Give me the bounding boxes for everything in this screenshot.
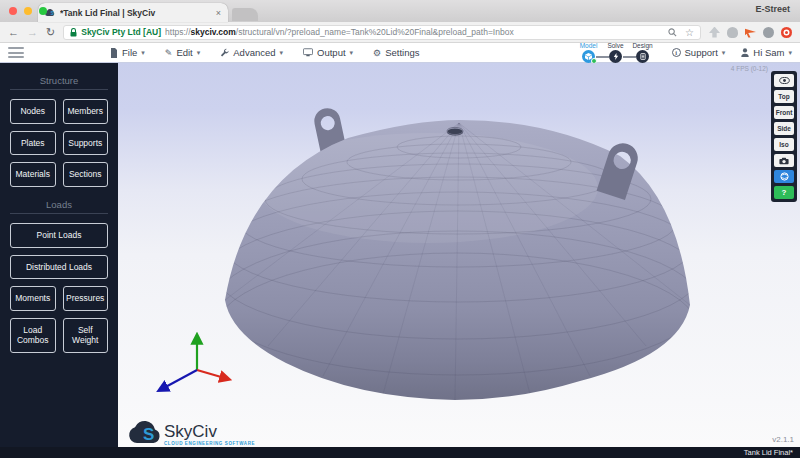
- orbit-mode-button[interactable]: [774, 170, 794, 183]
- screenshot-button[interactable]: [774, 154, 794, 167]
- help-button[interactable]: ?: [774, 186, 794, 199]
- view-top-button[interactable]: Top: [774, 90, 794, 103]
- menu-settings-label: Settings: [385, 47, 419, 58]
- record-extension-icon[interactable]: [781, 27, 792, 38]
- self-weight-button[interactable]: Self Weight: [63, 318, 109, 353]
- close-window-button[interactable]: [9, 7, 17, 15]
- back-icon[interactable]: ←: [8, 27, 19, 38]
- loads-buttons: Point Loads Distributed Loads Moments Pr…: [0, 223, 118, 353]
- user-label: Hi Sam: [753, 47, 784, 58]
- logo-name: SkyCiv: [164, 423, 255, 440]
- distributed-loads-button[interactable]: Distributed Loads: [10, 255, 108, 280]
- eye-icon: [779, 77, 790, 84]
- solve-bolt-icon: [609, 50, 622, 63]
- moments-button[interactable]: Moments: [10, 286, 56, 311]
- menu-advanced[interactable]: Advanced▾: [220, 47, 283, 58]
- browser-titlebar: S *Tank Lid Final | SkyCiv × E-Street: [0, 0, 800, 22]
- gear-icon: ⚙: [373, 48, 381, 58]
- tab-title: *Tank Lid Final | SkyCiv: [60, 8, 211, 18]
- sidebar-toggle-icon[interactable]: [8, 47, 24, 58]
- menubar-right: Model Solve Design: [576, 42, 792, 63]
- menu-edit[interactable]: ✎ Edit▾: [165, 47, 200, 58]
- plates-button[interactable]: Plates: [10, 131, 56, 156]
- step-model[interactable]: Model: [576, 42, 602, 63]
- minimize-window-button[interactable]: [24, 7, 32, 15]
- forward-icon[interactable]: →: [27, 27, 38, 38]
- padlock-icon: [70, 28, 77, 37]
- zoom-window-button[interactable]: [39, 7, 47, 15]
- step-solve[interactable]: Solve: [603, 42, 629, 63]
- step-design[interactable]: Design: [630, 42, 656, 63]
- url-field[interactable]: SkyCiv Pty Ltd [AU] https://skyciv.com/s…: [63, 25, 701, 40]
- wrench-icon: [220, 48, 229, 57]
- monitor-icon: [303, 48, 313, 57]
- axis-z-blue: [160, 370, 197, 390]
- orbit-globe-icon: [780, 172, 789, 181]
- url-path: /structural/vn/?preload_name=Tank%20Lid%…: [236, 27, 514, 37]
- axis-x-red: [197, 370, 228, 379]
- user-menu[interactable]: Hi Sam▾: [741, 47, 792, 58]
- window-controls[interactable]: [9, 7, 47, 15]
- reload-icon[interactable]: ↻: [46, 27, 55, 38]
- step-model-label: Model: [580, 42, 598, 49]
- camera-extension-icon[interactable]: [763, 27, 774, 38]
- model-cube-icon: [582, 50, 595, 63]
- help-question-icon: ?: [782, 188, 787, 197]
- tools-sidebar: Structure Nodes Members Plates Supports …: [0, 63, 118, 447]
- view-front-button[interactable]: Front: [774, 106, 794, 119]
- pencil-icon: ✎: [165, 48, 173, 58]
- status-bar: Tank Lid Final*: [0, 447, 800, 458]
- tank-lid-3d-model[interactable]: [118, 63, 800, 447]
- members-button[interactable]: Members: [63, 99, 109, 124]
- menu-settings[interactable]: ⚙ Settings: [373, 47, 419, 58]
- security-label[interactable]: SkyCiv Pty Ltd [AU]: [81, 27, 161, 37]
- nodes-button[interactable]: Nodes: [10, 99, 56, 124]
- info-icon: i: [672, 48, 681, 57]
- browser-profile-name[interactable]: E-Street: [755, 4, 790, 14]
- cloud-extension-icon[interactable]: [727, 27, 738, 38]
- app-menubar: File▾ ✎ Edit▾ Advanced▾ Output▾ ⚙ Settin…: [0, 43, 800, 63]
- section-structure-header: Structure: [10, 75, 108, 90]
- share-extension-icon[interactable]: [709, 27, 720, 38]
- chevron-down-icon: ▾: [788, 49, 792, 57]
- view-iso-button[interactable]: Iso: [774, 138, 794, 151]
- pointer-extension-icon[interactable]: [745, 27, 756, 38]
- load-combos-button[interactable]: Load Combos: [10, 318, 56, 353]
- workflow-stepper: Model Solve Design: [576, 42, 656, 63]
- materials-button[interactable]: Materials: [10, 162, 56, 187]
- app-menus: File▾ ✎ Edit▾ Advanced▾ Output▾ ⚙ Settin…: [110, 47, 420, 58]
- new-tab-button[interactable]: [232, 8, 258, 21]
- camera-icon: [779, 157, 789, 165]
- menu-edit-label: Edit: [176, 47, 192, 58]
- menu-file[interactable]: File▾: [110, 47, 145, 58]
- menu-file-label: File: [122, 47, 137, 58]
- model-viewport[interactable]: 4 FPS (0-12) Top Front Side Iso ?: [118, 63, 800, 447]
- support-menu[interactable]: i Support▾: [672, 47, 726, 58]
- fps-counter: 4 FPS (0-12): [731, 65, 768, 72]
- pressures-button[interactable]: Pressures: [63, 286, 109, 311]
- menu-output[interactable]: Output▾: [303, 47, 353, 58]
- point-loads-button[interactable]: Point Loads: [10, 223, 108, 248]
- sections-button[interactable]: Sections: [63, 162, 109, 187]
- browser-tab[interactable]: S *Tank Lid Final | SkyCiv ×: [38, 3, 228, 22]
- tab-close-icon[interactable]: ×: [216, 8, 221, 18]
- bookmark-star-icon[interactable]: ☆: [685, 27, 694, 38]
- chevron-down-icon: ▾: [280, 49, 284, 57]
- browser-window: S *Tank Lid Final | SkyCiv × E-Street ← …: [0, 0, 800, 458]
- visibility-button[interactable]: [774, 74, 794, 87]
- app-version: v2.1.1: [772, 435, 794, 444]
- view-toolbar: Top Front Side Iso ?: [771, 71, 797, 202]
- view-side-button[interactable]: Side: [774, 122, 794, 135]
- search-icon[interactable]: [668, 28, 677, 37]
- chevron-down-icon: ▾: [722, 49, 726, 57]
- browser-addressbar: ← → ↻ SkyCiv Pty Ltd [AU] https://skyciv…: [0, 22, 800, 43]
- url-text[interactable]: https://skyciv.com/structural/vn/?preloa…: [165, 27, 664, 37]
- stepper-connector: [623, 56, 636, 58]
- step-design-label: Design: [632, 42, 652, 49]
- supports-button[interactable]: Supports: [63, 131, 109, 156]
- menu-output-label: Output: [317, 47, 346, 58]
- support-label: Support: [685, 47, 718, 58]
- menu-advanced-label: Advanced: [233, 47, 275, 58]
- logo-tagline: CLOUD ENGINEERING SOFTWARE: [164, 441, 255, 446]
- skyciv-cloud-icon: S: [128, 420, 162, 446]
